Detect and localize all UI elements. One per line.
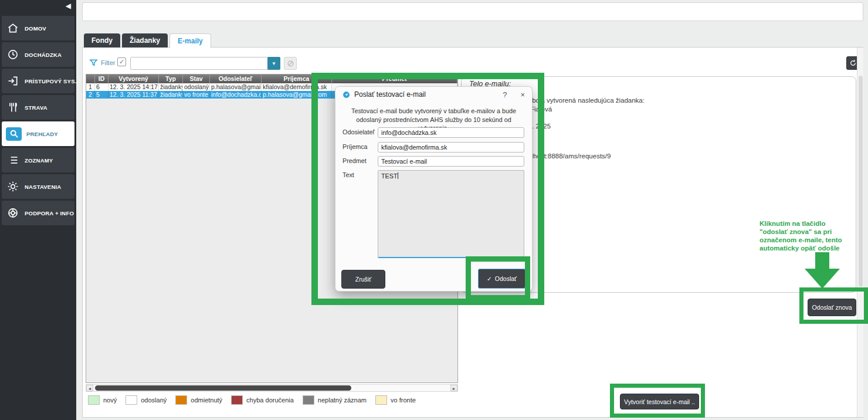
send-button-label: Odoslať [495,275,517,282]
email-body-line: 3. 3. 2025 [521,122,645,131]
dropdown-arrow-icon[interactable]: ▼ [267,57,280,70]
legend-label: odmietnutý [191,397,222,404]
sidebar-item-pristupovy-sys[interactable]: PRÍSTUPOVÝ SYS. [2,69,74,93]
legend-swatch [375,395,387,405]
filter-input-group: ▼ [130,57,280,70]
help-icon[interactable]: ? [503,90,507,99]
cell-created: 12. 3. 2025 11:37 [108,91,159,99]
sidebar-item-dochadzka[interactable]: DOCHÁDZKA [2,42,74,67]
dialog-title: Poslať testovací e-mail [354,90,499,99]
sidebar-item-podpora-info[interactable]: PODPORA + INFO [2,201,74,225]
home-icon [6,21,20,35]
sidebar-item-prehlady[interactable]: PREHĽADY [2,121,74,146]
table-header-row: ID Vytvorený Typ Stav Odosielateľ Príjem… [86,74,457,83]
sidebar-item-label: DOMOV [25,25,46,32]
tab-emaily[interactable]: E-maily [169,33,211,48]
cell-id: 6 [95,83,108,91]
utensils-icon [6,100,20,114]
row-number: 1 [86,83,95,91]
clock-icon [6,48,20,62]
table-header-created[interactable]: Vytvorený [108,74,159,83]
clear-table-filter-button[interactable] [284,57,297,70]
legend-swatch [126,395,137,405]
scrollbar-thumb[interactable] [859,76,863,287]
email-body-line: na Fialová [521,105,645,114]
sender-field[interactable] [378,127,524,138]
create-test-email-button[interactable]: Vytvoriť testovací e-mail .. [620,394,699,409]
sidebar-item-zoznamy[interactable]: ZOZNAMY [2,148,74,172]
legend-label: vo fronte [391,397,416,404]
close-icon[interactable]: × [520,90,525,99]
subject-label: Predmet [343,157,367,164]
legend-item-vo-fronte: vo fronte [375,395,416,405]
sidebar-item-label: STRAVA [25,104,48,111]
subject-field[interactable] [378,156,524,167]
send-button[interactable]: ✓ Odoslať [478,269,525,289]
tab-bar: Fondy Žiadanky E-maily [84,33,211,48]
search-icon [6,127,22,141]
table-header-type[interactable]: Typ [159,74,183,83]
cell-recipient: p.halasova@gmail.com [262,91,332,99]
status-legend: nový odoslaný odmietnutý chyba doručenia… [88,395,416,405]
cell-sender: info@dochadzka.com [210,91,262,99]
scrollbar-thumb[interactable] [95,385,351,391]
tab-fondy[interactable]: Fondy [84,33,120,48]
table-filter-label: Filter [101,59,115,66]
sidebar-item-label: PREHĽADY [26,131,58,137]
email-body-line: me bola vytvorená nasledujúca žiadanka: [521,96,645,105]
tab-ziadanky[interactable]: Žiadanky [122,33,168,48]
table-header-gutter [86,74,95,83]
legend-label: nový [103,397,117,404]
legend-swatch [303,395,314,405]
table-header-status[interactable]: Stav [183,74,210,83]
annotation-arrow-head [805,269,840,289]
table-filter-funnel-icon [89,58,98,67]
legend-label: chyba doručenia [246,397,294,404]
filter-text-input[interactable] [131,57,268,69]
legend-item-odmietnuty: odmietnutý [175,395,222,405]
scrollbar-track[interactable] [93,385,450,391]
app-window: ◀ DOMOV DOCHÁDZKA PRÍSTUPOVÝ SYS. [0,0,868,420]
sidebar: ◀ DOMOV DOCHÁDZKA PRÍSTUPOVÝ SYS. [0,0,76,420]
sidebar-item-nastavenia[interactable]: NASTAVENIA [2,174,74,199]
filter-checkbox[interactable]: ✓ [117,57,126,66]
sidebar-item-label: PRÍSTUPOVÝ SYS. [25,78,77,84]
email-body-line: a [521,113,645,122]
sidebar-collapse-icon[interactable]: ◀ [66,2,71,10]
login-icon [6,74,20,88]
legend-swatch [88,395,100,405]
legend-label: neplatný záznam [318,397,367,404]
text-label: Text [343,171,354,178]
cell-status: vo fronte [183,91,210,99]
text-field[interactable]: TEST [378,170,524,258]
recipient-label: Príjemca [343,143,368,150]
sidebar-item-label: ZOZNAMY [25,157,53,164]
horizontal-scrollbar[interactable]: ◄ ► [86,384,458,392]
sidebar-nav: DOMOV DOCHÁDZKA PRÍSTUPOVÝ SYS. STRAVA [0,16,76,227]
table-header-sender[interactable]: Odosielateľ [210,74,262,83]
sidebar-item-strava[interactable]: STRAVA [2,95,74,120]
vertical-scrollbar[interactable] [857,48,863,417]
table-header-recipient[interactable]: Príjemca [262,74,332,83]
cancel-button[interactable]: Zrušiť [341,270,385,289]
legend-item-novy: nový [88,395,117,405]
sender-label: Odosielateľ [343,128,375,136]
cell-type: žiadanky [159,91,183,99]
sidebar-item-domov[interactable]: DOMOV [2,16,74,40]
scroll-left-icon[interactable]: ◄ [86,385,93,391]
dialog-header[interactable]: Poslať testovací e-mail ? × [335,87,532,102]
scroll-right-icon[interactable]: ► [450,385,457,391]
cell-type: žiadanky [159,83,183,91]
legend-item-odoslany: odoslaný [126,395,167,405]
email-body-line: ocalhost:8888/ams/requests/9 [521,152,645,161]
send-test-email-dialog: Poslať testovací e-mail ? × Testovací e-… [335,86,533,292]
resend-button[interactable]: Odoslať znova [808,299,856,316]
recipient-field[interactable] [378,142,524,153]
table-header-subject[interactable]: Predmet [332,74,457,83]
check-icon: ✓ [487,275,492,282]
sidebar-item-label: DOCHÁDZKA [25,52,62,58]
cell-id: 5 [95,91,108,99]
table-header-id[interactable]: ID [95,74,108,83]
gear-icon [6,179,20,194]
list-icon [6,153,20,167]
